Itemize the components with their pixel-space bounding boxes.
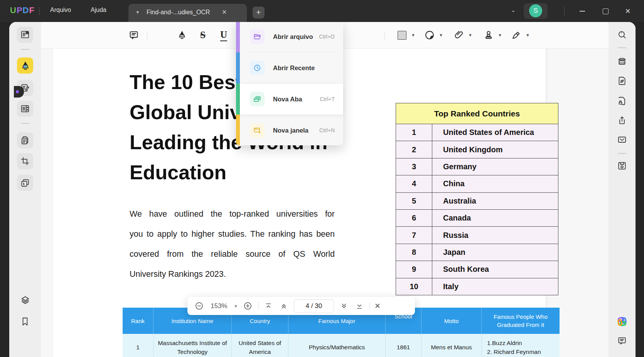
shape-dropdown-caret-icon[interactable]: ▼ [411,33,415,37]
header-cell: Rank [123,308,153,334]
header-cell: Motto [421,308,482,334]
tab-title: Find-and-...udies_OCR [147,9,210,16]
stamp-tool-button[interactable] [481,27,496,43]
layers-icon [20,295,30,305]
comment-icon [128,30,139,40]
highlighter-tool-button[interactable] [174,27,190,43]
next-page-button[interactable] [339,301,349,312]
organize-pages-button[interactable] [17,101,33,117]
menu-item-abrir-arquivo[interactable]: Abrir arquivo Ctrl+O [240,22,343,52]
new-tab-button[interactable]: + [253,7,265,19]
underline-tool-button[interactable]: U [216,27,231,43]
feedback-button[interactable] [614,333,630,349]
country-cell: United Kingdom [432,141,558,158]
menu-item-nova-aba[interactable]: Nova Aba Ctrl+T [240,84,343,115]
table-row: 4China [396,175,558,192]
mail-icon [617,135,627,145]
bookmark-panel-button[interactable] [17,313,33,330]
slideshow-button[interactable] [17,175,33,191]
comment-mode-button-active[interactable] [17,57,33,74]
menu-item-abrir-recente[interactable]: Abrir Recente [240,52,343,83]
window-close-button[interactable]: ✕ [622,5,634,17]
stripe-purple [236,22,240,52]
close-zoombar-button[interactable]: ✕ [374,301,381,310]
crop-tool-button[interactable] [17,153,33,169]
titlebar-divider [39,7,40,15]
zoom-level[interactable]: 153% [209,302,229,310]
attachment-icon [453,30,464,40]
strikethrough-tool-button[interactable]: S [195,27,211,43]
account-button[interactable]: S [524,3,548,19]
last-page-button[interactable] [354,301,365,312]
doc-paragraph-line: University Rankings 2023. [130,269,335,279]
protect-document-button[interactable] [614,93,630,109]
sticker-dropdown-caret-icon[interactable]: ▼ [439,33,443,37]
zoom-dropdown-caret-icon[interactable]: ▼ [234,304,238,308]
window-minimize-button[interactable] [577,5,588,17]
first-page-button[interactable] [263,301,274,312]
layers-panel-button[interactable] [17,292,33,308]
menu-item-nova-janela[interactable]: Nova janela Ctrl+N [240,115,343,146]
country-cell: Italy [432,278,558,295]
ocr-button[interactable]: OCR [614,53,630,69]
maximize-icon [603,8,609,14]
tab-chevron-down-icon[interactable]: ▼ [135,10,140,15]
country-cell: Germany [432,158,558,175]
stamp-dropdown-caret-icon[interactable]: ▼ [498,33,502,37]
collapse-toolbar-chevron-icon[interactable]: ⌄ [511,7,516,13]
rank-cell: 3 [396,158,432,175]
menu-arquivo[interactable]: Arquivo [50,7,71,13]
tab-close-icon[interactable]: ✕ [222,8,227,16]
zoom-out-button[interactable] [194,301,204,312]
comment-tool-button[interactable] [126,27,142,43]
table-row: 3Germany [396,158,558,175]
menu-item-shortcut: Ctrl+T [320,96,335,102]
menu-item-label: Abrir Recente [273,64,315,72]
menu-ajuda[interactable]: Ajuda [91,7,106,13]
clock-icon [250,61,265,75]
save-button[interactable] [614,158,630,174]
shape-square-icon [398,31,406,40]
menu-item-label: Nova janela [273,127,309,134]
zoom-in-button[interactable] [243,301,253,312]
toolbar-divider [147,31,147,40]
slideshow-icon [20,178,30,188]
menu-item-shortcut: Ctrl+N [319,127,335,133]
left-sidebar [9,22,41,357]
bookmark-icon [20,317,30,327]
stripe-blue [236,52,240,84]
page-number-input[interactable]: 4 / 30 [294,299,334,313]
attachment-dropdown-caret-icon[interactable]: ▼ [468,33,472,37]
right-sidebar: OCR [609,22,636,357]
table-row: 10Italy [396,278,558,295]
search-icon [617,30,627,40]
sticker-icon [424,30,435,40]
crop-icon [20,156,30,166]
convert-document-button[interactable] [614,73,630,89]
logo-letter: D [23,5,29,15]
country-cell: Canada [432,210,558,226]
share-icon [617,115,627,125]
reader-mode-button[interactable] [17,27,33,43]
rank-cell: 7 [396,227,432,243]
mail-button[interactable] [614,131,630,148]
signature-icon [511,30,522,40]
table-row: 1 Massachusetts Institute of Technology … [123,334,560,357]
toolbar-divider [384,31,385,40]
underline-icon: U [220,29,227,41]
window-maximize-button[interactable] [600,5,611,17]
document-tab[interactable]: ▼ Find-and-...udies_OCR ✕ [128,4,247,22]
signature-dropdown-caret-icon[interactable]: ▼ [526,33,530,37]
share-button[interactable] [614,112,630,128]
doc-paragraph-line: covered from the reliable source of QS W… [130,249,335,259]
logo-letter: P [17,5,23,15]
search-button[interactable] [614,27,630,43]
shape-tool-button[interactable] [394,27,410,43]
sticker-tool-button[interactable] [422,27,437,43]
previous-page-button[interactable] [278,301,289,312]
pages-tools-button[interactable] [17,132,33,148]
countries-table: Top Ranked Countries 1United States of A… [396,103,558,295]
ai-assistant-button[interactable] [614,313,630,330]
attachment-tool-button[interactable] [451,27,467,43]
signature-tool-button[interactable] [509,27,524,43]
